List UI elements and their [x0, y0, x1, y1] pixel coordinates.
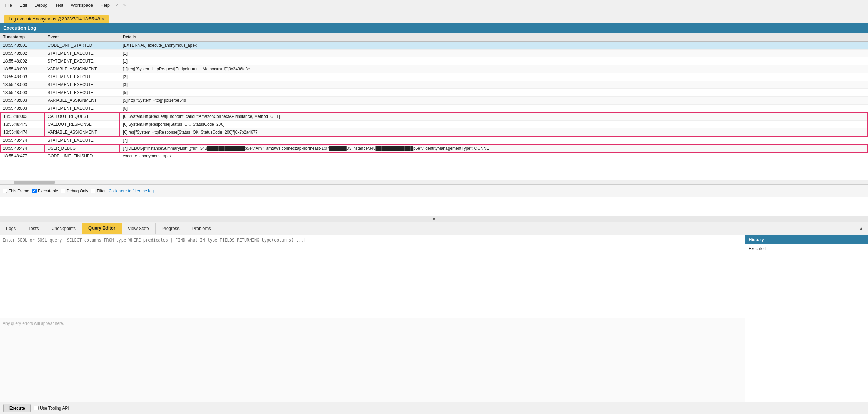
menu-file[interactable]: File — [1, 1, 15, 9]
log-tab-label: Log executeAnonymous @2023/7/14 18:55:48 — [9, 16, 100, 22]
table-row[interactable]: 18:55:48:474USER_DEBUG[7]|DEBUG|("Instan… — [0, 144, 868, 152]
col-header-timestamp: Timestamp — [0, 33, 45, 41]
query-history-item[interactable]: Executed — [745, 244, 868, 253]
cell-event: VARIABLE_ASSIGNMENT — [45, 65, 120, 73]
menu-workspace[interactable]: Workspace — [68, 1, 97, 9]
cell-details: [3]| — [120, 81, 868, 89]
nav-back[interactable]: < — [114, 1, 120, 9]
cell-details: [7]|DEBUG|("InstanceSummaryList":[{"Id":… — [120, 144, 868, 152]
filter-link[interactable]: Click here to filter the log — [109, 189, 154, 193]
tab-collapse-arrow[interactable]: ▲ — [854, 223, 868, 234]
scroll-thumb[interactable] — [14, 181, 55, 184]
cell-timestamp: 18:55:48:002 — [0, 57, 45, 65]
executable-label[interactable]: Executable — [32, 189, 58, 193]
table-row[interactable]: 18:55:48:002STATEMENT_EXECUTE[1]| — [0, 50, 868, 57]
tab-problems[interactable]: Problems — [186, 223, 217, 234]
executable-checkbox[interactable] — [32, 189, 37, 193]
execution-log-header: Execution Log — [0, 23, 868, 33]
cell-timestamp: 18:55:48:001 — [0, 41, 45, 50]
this-frame-checkbox[interactable] — [3, 189, 7, 193]
cell-timestamp: 18:55:48:003 — [0, 73, 45, 81]
table-row[interactable]: 18:55:48:003VARIABLE_ASSIGNMENT[5]|http|… — [0, 97, 868, 105]
table-row[interactable]: 18:55:48:003STATEMENT_EXECUTE[3]| — [0, 81, 868, 89]
cell-event: VARIABLE_ASSIGNMENT — [45, 128, 120, 137]
cell-timestamp: 18:55:48:003 — [0, 65, 45, 73]
tab-logs[interactable]: Logs — [0, 223, 22, 234]
menu-debug[interactable]: Debug — [31, 1, 51, 9]
query-input[interactable] — [0, 235, 745, 319]
cell-event: STATEMENT_EXECUTE — [45, 89, 120, 97]
col-header-event: Event — [45, 33, 120, 41]
cell-details: [EXTERNAL]|execute_anonymous_apex — [120, 41, 868, 50]
cell-details: execute_anonymous_apex — [120, 152, 868, 160]
cell-details: [5]|http|"System.Http[]"|0x1efbe64d — [120, 97, 868, 105]
table-row[interactable]: 18:55:48:474VARIABLE_ASSIGNMENT[6]|res|"… — [0, 128, 868, 137]
table-row[interactable]: 18:55:48:001CODE_UNIT_STARTED[EXTERNAL]|… — [0, 41, 868, 50]
cell-timestamp: 18:55:48:003 — [0, 112, 45, 121]
col-header-details: Details — [120, 33, 868, 41]
tab-progress[interactable]: Progress — [156, 223, 186, 234]
cell-event: STATEMENT_EXECUTE — [45, 73, 120, 81]
cell-details: [7]| — [120, 136, 868, 144]
tooling-api-checkbox[interactable] — [34, 406, 39, 410]
cell-event: CALLOUT_RESPONSE — [45, 121, 120, 128]
expand-arrow[interactable]: ▼ — [0, 216, 868, 222]
cell-timestamp: 18:55:48:477 — [0, 152, 45, 160]
tab-view-state[interactable]: View State — [122, 223, 156, 234]
cell-details: [6]| — [120, 105, 868, 113]
cell-event: VARIABLE_ASSIGNMENT — [45, 97, 120, 105]
query-editor-panel: Any query errors will appear here... His… — [0, 235, 868, 402]
cell-details: [6]|System.HttpResponse[Status=OK, Statu… — [120, 121, 868, 128]
table-row[interactable]: 18:55:48:003CALLOUT_REQUEST[6]|System.Ht… — [0, 112, 868, 121]
execution-log-panel: Execution Log Timestamp Event Details 18… — [0, 23, 868, 216]
cell-event: STATEMENT_EXECUTE — [45, 105, 120, 113]
table-row[interactable]: 18:55:48:473CALLOUT_RESPONSE[6]|System.H… — [0, 121, 868, 128]
cell-timestamp: 18:55:48:002 — [0, 50, 45, 57]
cell-details: [1]| — [120, 57, 868, 65]
cell-timestamp: 18:55:48:473 — [0, 121, 45, 128]
log-tab[interactable]: Log executeAnonymous @2023/7/14 18:55:48… — [4, 15, 109, 23]
cell-event: CODE_UNIT_FINISHED — [45, 152, 120, 160]
cell-timestamp: 18:55:48:003 — [0, 105, 45, 113]
tab-checkpoints[interactable]: Checkpoints — [45, 223, 83, 234]
table-row[interactable]: 18:55:48:003STATEMENT_EXECUTE[6]| — [0, 105, 868, 113]
log-tab-close[interactable]: × — [102, 17, 104, 21]
cell-timestamp: 18:55:48:474 — [0, 144, 45, 152]
cell-details: [5]| — [120, 89, 868, 97]
tab-tests[interactable]: Tests — [22, 223, 45, 234]
log-table-scroll[interactable]: Timestamp Event Details 18:55:48:001CODE… — [0, 33, 868, 180]
query-errors: Any query errors will appear here... — [0, 318, 745, 402]
debug-only-label[interactable]: Debug Only — [61, 189, 88, 193]
horizontal-scrollbar[interactable] — [0, 180, 868, 184]
menubar: File Edit Debug Test Workspace Help < > — [0, 0, 868, 11]
log-table: Timestamp Event Details 18:55:48:001CODE… — [0, 33, 868, 160]
cell-details: [2]| — [120, 73, 868, 81]
table-row[interactable]: 18:55:48:474STATEMENT_EXECUTE[7]| — [0, 136, 868, 144]
query-main: Any query errors will appear here... — [0, 235, 745, 402]
table-row[interactable]: 18:55:48:002STATEMENT_EXECUTE[1]| — [0, 57, 868, 65]
cell-details: [1]| — [120, 50, 868, 57]
cell-event: USER_DEBUG — [45, 144, 120, 152]
table-row[interactable]: 18:55:48:003STATEMENT_EXECUTE[2]| — [0, 73, 868, 81]
main-container: Execution Log Timestamp Event Details 18… — [0, 23, 868, 414]
table-row[interactable]: 18:55:48:003VARIABLE_ASSIGNMENT[1]|req|"… — [0, 65, 868, 73]
this-frame-label[interactable]: This Frame — [3, 189, 29, 193]
cell-event: STATEMENT_EXECUTE — [45, 50, 120, 57]
execute-button[interactable]: Execute — [3, 404, 31, 412]
table-row[interactable]: 18:55:48:003STATEMENT_EXECUTE[5]| — [0, 89, 868, 97]
menu-test[interactable]: Test — [52, 1, 67, 9]
top-tabs-bar: Log executeAnonymous @2023/7/14 18:55:48… — [0, 11, 868, 23]
cell-details: [6]|res|"System.HttpResponse[Status=OK, … — [120, 128, 868, 137]
tooling-api-label[interactable]: Use Tooling API — [34, 406, 69, 411]
menu-help[interactable]: Help — [97, 1, 113, 9]
nav-forward[interactable]: > — [121, 1, 128, 9]
cell-details: [6]|System.HttpRequest[Endpoint=callout:… — [120, 112, 868, 121]
tab-query-editor[interactable]: Query Editor — [82, 223, 122, 234]
table-row[interactable]: 18:55:48:477CODE_UNIT_FINISHEDexecute_an… — [0, 152, 868, 160]
debug-only-checkbox[interactable] — [61, 189, 65, 193]
menu-edit[interactable]: Edit — [16, 1, 30, 9]
filter-checkbox[interactable] — [91, 189, 95, 193]
filter-label[interactable]: Filter — [91, 189, 106, 193]
cell-event: CODE_UNIT_STARTED — [45, 41, 120, 50]
bottom-tabs: Logs Tests Checkpoints Query Editor View… — [0, 222, 868, 235]
